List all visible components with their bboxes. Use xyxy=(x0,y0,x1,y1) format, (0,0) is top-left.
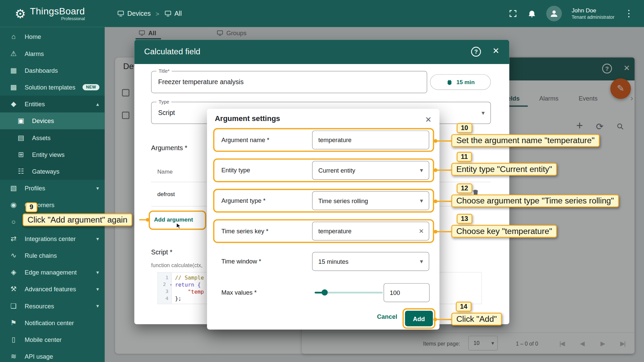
annotation-13-label: Choose key "temperature" xyxy=(451,225,557,238)
home-icon: ⌂ xyxy=(9,33,18,41)
sidebar-item-devices[interactable]: ▣Devices xyxy=(0,113,105,129)
app-logo[interactable]: ⚙ ThingsBoard Professional xyxy=(15,6,91,21)
annotation-connector-dot xyxy=(434,230,437,234)
user-name: John Doe xyxy=(572,7,614,14)
assets-icon: ▤ xyxy=(16,133,25,142)
code-line: return { xyxy=(175,282,201,288)
time-window-label: Time window * xyxy=(221,258,261,265)
cancel-button[interactable]: Cancel xyxy=(377,313,397,320)
annotation-11-badge: 11 xyxy=(457,152,472,162)
sidebar-item-alarms[interactable]: ⚠Alarms xyxy=(0,45,105,62)
logo-title: ThingsBoard xyxy=(30,6,85,16)
help-icon[interactable]: ? xyxy=(471,47,481,57)
code-line: }; xyxy=(175,296,181,302)
entity-type-select[interactable]: Current entity ▾ xyxy=(312,161,429,180)
annotation-connector-dot xyxy=(433,318,437,321)
mobile-icon: ▯ xyxy=(9,335,18,344)
sidebar-item-rule-chains[interactable]: ∿Rule chains xyxy=(0,247,105,264)
breadcrumb-devices-label: Devices xyxy=(127,10,151,17)
caret-down-icon: ▾ xyxy=(482,109,485,117)
profiles-icon: ▧ xyxy=(9,184,18,193)
annotation-14-badge: 14 xyxy=(456,302,471,311)
chevron-down-icon: ▾ xyxy=(96,286,99,292)
users-icon: ○ xyxy=(9,218,18,226)
chevron-down-icon: ▾ xyxy=(96,185,99,191)
sidebar-item-advanced-features[interactable]: ⚒Advanced features▾ xyxy=(0,281,105,298)
annotation-9-badge: 9 xyxy=(25,202,37,212)
editor-gutter: 1 2 ▾ 3 4 xyxy=(158,273,172,304)
caret-down-icon: ▾ xyxy=(420,197,423,204)
top-header: ⚙ ThingsBoard Professional Devices > All xyxy=(0,0,644,27)
advanced-features-icon: ⚒ xyxy=(9,285,18,294)
sidebar-item-home[interactable]: ⌂Home xyxy=(0,28,105,45)
fold-caret-icon[interactable]: ▾ xyxy=(170,283,172,287)
notifications-bell-icon[interactable] xyxy=(527,9,536,18)
fullscreen-icon[interactable] xyxy=(508,9,518,18)
sidebar-item-entity-views[interactable]: ⊞Entity views xyxy=(0,146,105,163)
argument-row-defrost[interactable]: defrost xyxy=(157,191,175,197)
slider-handle[interactable] xyxy=(322,289,328,295)
title-field[interactable]: Title* Freezer temperature analysis xyxy=(151,71,427,93)
kebab-menu-icon[interactable]: ⋮ xyxy=(624,8,633,19)
sidebar-item-assets[interactable]: ▤Assets xyxy=(0,129,105,146)
sidebar-item-profiles[interactable]: ▧Profiles▾ xyxy=(0,180,105,196)
argument-type-select[interactable]: Time series rolling ▾ xyxy=(312,191,429,210)
sidebar-item-dashboards[interactable]: ▦Dashboards xyxy=(0,62,105,79)
debug-chip-label: 15 min xyxy=(457,79,475,85)
annotation-connector xyxy=(436,140,451,142)
add-button[interactable]: Add xyxy=(405,311,433,326)
annotation-connector-dot xyxy=(434,199,437,203)
close-icon[interactable]: ✕ xyxy=(425,115,431,124)
debug-settings-chip[interactable]: 15 min xyxy=(430,74,491,90)
close-icon[interactable]: ✕ xyxy=(492,46,499,56)
annotation-11-label: Entity type "Current entity" xyxy=(451,163,557,176)
sidebar-item-notification-center[interactable]: ⚑Notification center xyxy=(0,314,105,331)
caret-down-icon: ▾ xyxy=(420,167,423,174)
sidebar-item-mobile-center[interactable]: ▯Mobile center xyxy=(0,331,105,348)
sidebar-item-entities[interactable]: ◆Entities▴ xyxy=(0,96,105,112)
time-series-key-label: Time series key * xyxy=(221,227,268,234)
sidebar-item-api-usage[interactable]: ≋API usage xyxy=(0,348,105,362)
title-field-label: Title* xyxy=(157,68,172,74)
argument-dialog-title: Argument settings xyxy=(215,115,280,123)
rule-chains-icon: ∿ xyxy=(9,251,18,260)
time-series-key-input[interactable]: temperature ✕ xyxy=(312,222,429,240)
breadcrumb-all[interactable]: All xyxy=(164,10,181,17)
entity-views-icon: ⊞ xyxy=(16,150,25,159)
annotation-connector xyxy=(436,170,451,171)
chevron-down-icon: ▾ xyxy=(96,236,99,242)
resources-icon: ❏ xyxy=(9,302,18,310)
devices-icon xyxy=(117,10,124,17)
user-role: Tenant administrator xyxy=(572,14,614,20)
script-section-label: Script * xyxy=(151,249,172,256)
argument-name-label: Argument name * xyxy=(221,136,269,143)
integrations-icon: ⇄ xyxy=(9,234,18,243)
sidebar-item-integrations-center[interactable]: ⇄Integrations center▾ xyxy=(0,230,105,247)
annotation-12-label: Choose argument type "Time series rollin… xyxy=(451,194,619,207)
time-window-select[interactable]: 15 minutes ▾ xyxy=(312,252,429,271)
type-select-value: Script xyxy=(158,109,175,117)
arguments-section-label: Arguments * xyxy=(151,144,187,152)
logo-gear-icon: ⚙ xyxy=(15,6,26,21)
gateways-icon: ☷ xyxy=(16,167,25,176)
chevron-down-icon: ▾ xyxy=(96,269,99,275)
avatar[interactable] xyxy=(546,6,562,21)
dashboards-icon: ▦ xyxy=(9,66,18,75)
argument-type-label: Argument type * xyxy=(221,197,266,204)
new-badge: NEW xyxy=(83,84,100,90)
annotation-connector-dot xyxy=(146,218,150,222)
annotation-9-label: Click "Add argument" again xyxy=(22,214,132,226)
sidebar-item-resources[interactable]: ❏Resources▾ xyxy=(0,298,105,314)
add-argument-button[interactable]: Add argument xyxy=(154,216,193,223)
sidebar-item-edge-management[interactable]: ◈Edge management▾ xyxy=(0,264,105,281)
breadcrumb-all-label: All xyxy=(174,10,182,17)
sidebar-item-customers[interactable]: ◉Customers xyxy=(0,197,105,214)
breadcrumb: Devices > All xyxy=(117,10,182,17)
breadcrumb-devices[interactable]: Devices xyxy=(117,10,151,17)
clear-icon[interactable]: ✕ xyxy=(419,227,424,235)
max-values-input[interactable]: 100 xyxy=(384,283,430,302)
argument-name-input[interactable]: temperature xyxy=(312,130,429,149)
sidebar-item-solution-templates[interactable]: ▩Solution templatesNEW xyxy=(0,79,105,96)
sidebar-item-gateways[interactable]: ☷Gateways xyxy=(0,163,105,180)
script-signature: function calculate(ctx, xyxy=(151,262,203,268)
